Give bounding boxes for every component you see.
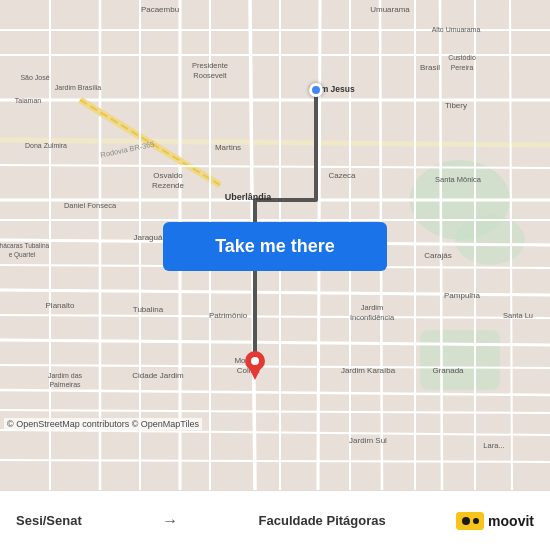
- svg-rect-3: [420, 330, 500, 390]
- svg-text:Cidade Jardim: Cidade Jardim: [132, 371, 184, 380]
- svg-text:Jardim Brasília: Jardim Brasília: [55, 84, 101, 91]
- svg-point-83: [251, 357, 259, 365]
- svg-text:Jardim Karaíba: Jardim Karaíba: [341, 366, 396, 375]
- svg-text:Umuarama: Umuarama: [370, 5, 410, 14]
- map-container: Pacaembu Umuarama Alto Umuarama São José…: [0, 0, 550, 490]
- arrow-icon: →: [162, 512, 178, 530]
- svg-text:Brasil: Brasil: [420, 63, 440, 72]
- moovit-icon: [456, 512, 484, 530]
- svg-text:Daniel Fonseca: Daniel Fonseca: [64, 201, 117, 210]
- moovit-logo: moovit: [456, 512, 534, 530]
- svg-point-2: [455, 215, 525, 265]
- svg-text:Cazeca: Cazeca: [328, 171, 356, 180]
- bottom-bar: Sesi/Senat → Faculdade Pitágoras moovit: [0, 490, 550, 550]
- take-me-there-button[interactable]: Take me there: [163, 222, 387, 271]
- svg-text:Planalto: Planalto: [46, 301, 75, 310]
- svg-text:Tubalina: Tubalina: [133, 305, 164, 314]
- svg-text:Chácaras Tubalina: Chácaras Tubalina: [0, 242, 49, 249]
- svg-text:Rezende: Rezende: [152, 181, 185, 190]
- svg-text:Carajás: Carajás: [424, 251, 452, 260]
- origin-label: Sesi/Senat: [16, 513, 82, 528]
- svg-text:Palmeiras: Palmeiras: [49, 381, 81, 388]
- svg-text:Taiaman: Taiaman: [15, 97, 42, 104]
- svg-text:Patrimônio: Patrimônio: [209, 311, 248, 320]
- svg-text:Pampulha: Pampulha: [444, 291, 481, 300]
- svg-text:Jardim das: Jardim das: [48, 372, 83, 379]
- svg-text:Alto Umuarama: Alto Umuarama: [432, 26, 481, 33]
- svg-text:Jardim: Jardim: [361, 303, 384, 312]
- svg-point-86: [473, 518, 479, 524]
- svg-text:Santa Lu: Santa Lu: [503, 311, 533, 320]
- svg-text:Martins: Martins: [215, 143, 241, 152]
- svg-text:Roosevelt: Roosevelt: [193, 71, 227, 80]
- svg-text:Uberlândia: Uberlândia: [225, 192, 273, 202]
- moovit-text: moovit: [488, 513, 534, 529]
- svg-text:Santa Mônica: Santa Mônica: [435, 175, 482, 184]
- svg-marker-82: [248, 366, 262, 380]
- svg-text:Custódio: Custódio: [448, 54, 476, 61]
- svg-text:Lara...: Lara...: [483, 441, 504, 450]
- svg-text:Granada: Granada: [432, 366, 464, 375]
- destination-pin: [244, 350, 266, 384]
- origin-pin: [309, 83, 323, 97]
- svg-text:Dona Zulmira: Dona Zulmira: [25, 142, 67, 149]
- svg-text:Pereira: Pereira: [451, 64, 474, 71]
- svg-point-85: [462, 517, 470, 525]
- svg-text:e Quartel: e Quartel: [9, 251, 36, 259]
- map-attribution: © OpenStreetMap contributors © OpenMapTi…: [4, 418, 202, 430]
- svg-text:São José: São José: [20, 74, 49, 81]
- svg-text:Inconfidência: Inconfidência: [350, 313, 395, 322]
- destination-label: Faculdade Pitágoras: [259, 513, 386, 528]
- svg-text:Tibery: Tibery: [445, 101, 467, 110]
- svg-text:Osvaldo: Osvaldo: [153, 171, 183, 180]
- svg-text:Jardim Sul: Jardim Sul: [349, 436, 387, 445]
- svg-text:Presidente: Presidente: [192, 61, 228, 70]
- svg-text:Pacaembu: Pacaembu: [141, 5, 179, 14]
- svg-text:Jaraguá: Jaraguá: [134, 233, 163, 242]
